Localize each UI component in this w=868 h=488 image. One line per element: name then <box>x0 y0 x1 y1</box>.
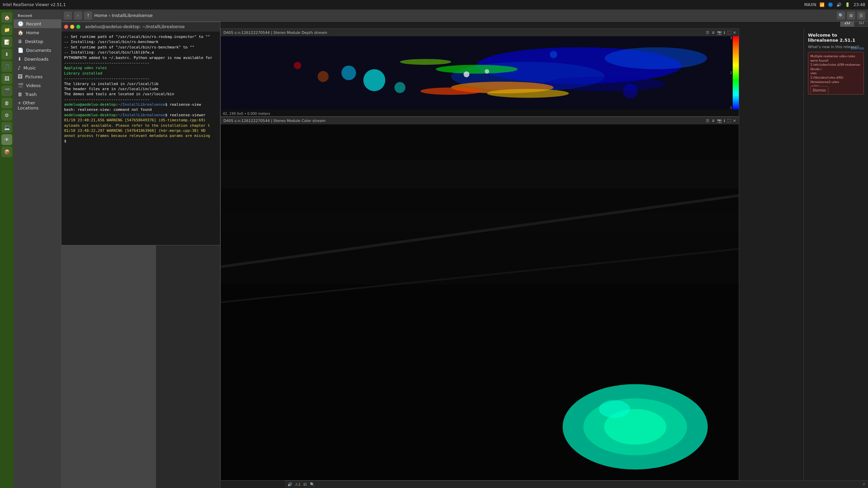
dock-icon-video[interactable]: 🎬 <box>1 85 12 96</box>
term-line-demos: The demos and tools are located in /usr/… <box>64 92 217 97</box>
color-toolbar-camera-icon[interactable]: 📷 <box>717 119 722 123</box>
dock-icon-other[interactable]: 📦 <box>1 146 12 157</box>
sidebar-item-trash[interactable]: 🗑 Trash <box>14 90 61 99</box>
depth-stream-toolbar: ☰ ⏸ 📷 ℹ ⛶ ✕ <box>706 30 736 35</box>
dock-icon-down[interactable]: ⬇ <box>1 49 12 60</box>
dock-icon-realsense[interactable]: 👁 <box>1 134 12 145</box>
sidebar-item-trash-label: Trash <box>25 92 37 97</box>
term-line-warn1: 01/10 23:48:21,656 WARNING [547658649376… <box>64 118 217 123</box>
depth-toolbar-pause-icon[interactable]: ⏸ <box>711 30 715 35</box>
sidebar-item-home[interactable]: 🏠 Home <box>14 28 61 37</box>
svg-point-9 <box>400 59 451 65</box>
term-line-4: -- Installing: /usr/local/bin/liblibfw.a <box>64 50 217 55</box>
file-manager-navbar: ‹ › ↑ Home › InstallLibrealsense 🔍 ⊞ ☰ <box>61 9 868 22</box>
depth-toolbar-camera-icon[interactable]: 📷 <box>717 30 722 35</box>
svg-point-7 <box>394 82 405 93</box>
term-line-lib: The library is installed in /usr/local/l… <box>64 81 217 86</box>
music-icon: ♪ <box>18 65 21 70</box>
dock-icon-trash[interactable]: 🗑 <box>1 98 12 108</box>
downloads-icon: ⬇ <box>18 56 22 62</box>
sidebar-item-other-label: + Other Locations <box>18 100 57 110</box>
statusbar-fps: ⚡ <box>863 482 865 487</box>
statusbar-warning-icon: ⚠1 <box>295 482 301 487</box>
terminal-titlebar: aodeluo@aodeluo-desktop: ~/InstallLibrea… <box>61 22 220 32</box>
sidebar-item-pictures[interactable]: 🖼 Pictures <box>14 72 61 81</box>
svg-point-15 <box>550 51 557 58</box>
sidebar-item-other-locations[interactable]: + Other Locations <box>14 99 61 112</box>
svg-point-17 <box>463 72 469 77</box>
terminal-minimize-button[interactable] <box>70 25 74 29</box>
depth-toolbar-close-icon[interactable]: ✕ <box>733 30 736 35</box>
dock-icon-text[interactable]: 📝 <box>1 37 12 47</box>
depth-toolbar-info-icon[interactable]: ℹ <box>724 30 725 35</box>
term-line-warn2: ayloads not available. Please refer to t… <box>64 123 217 128</box>
depth-svg-container <box>221 36 733 109</box>
sidebar-item-downloads[interactable]: ⬇ Downloads <box>14 55 61 63</box>
menu-button[interactable]: ☰ <box>857 12 865 20</box>
color-toolbar-close-icon[interactable]: ✕ <box>733 119 736 123</box>
statusbar-left-icons: 🔊 ⚠1 ℹ1 🔍 <box>288 482 315 487</box>
terminal-title: aodeluo@aodeluo-desktop: ~/InstallLibrea… <box>85 24 185 29</box>
colorbar-label-1: 1 <box>725 106 732 109</box>
svg-point-4 <box>543 77 666 91</box>
welcome-title: Welcome to librealsense 2.51.1 <box>808 33 864 43</box>
term-line-5: PYTHONPATH added to ~/.bashrc. Python wr… <box>64 55 217 60</box>
svg-rect-20 <box>221 124 739 285</box>
warning-box: Multiple realsense udev-rules were found… <box>808 52 864 95</box>
dock-icon-files[interactable]: 📁 <box>1 24 12 35</box>
terminal-maximize-button[interactable] <box>76 25 80 29</box>
terminal-close-button[interactable] <box>64 25 68 29</box>
term-line-sep1: -------------------------------------- <box>64 60 217 65</box>
view-toggle-button[interactable]: ⊞ <box>847 12 855 20</box>
dock-icon-pic[interactable]: 🖼 <box>1 73 12 84</box>
dock-icon-music[interactable]: 🎵 <box>1 61 12 72</box>
svg-point-13 <box>294 62 301 69</box>
viewer-main-area: 2D 3D D405 s.n:126122270544 | Stereo Mod… <box>220 19 868 488</box>
nav-up-button[interactable]: ↑ <box>84 12 92 20</box>
sidebar-item-videos[interactable]: 🎬 Videos <box>14 81 61 90</box>
nav-back-button[interactable]: ‹ <box>64 12 72 20</box>
sidebar-item-desktop[interactable]: 🖥 Desktop <box>14 37 61 46</box>
depth-visual-area: 3 2 1 42, 199 0x0 • 0.000 meters <box>221 36 739 116</box>
breadcrumb-home[interactable]: Home <box>94 13 107 18</box>
recent-icon: 🕐 <box>18 21 23 26</box>
statusbar-search-icon[interactable]: 🔍 <box>310 482 315 487</box>
warning-dismiss-button[interactable]: Dismiss <box>810 86 828 95</box>
breadcrumb-current[interactable]: InstallLibrealsense <box>112 13 153 18</box>
sidebar-item-pictures-label: Pictures <box>25 74 42 79</box>
sidebar-item-recent[interactable]: 🕐 Recent <box>14 19 61 28</box>
dock-icon-settings[interactable]: ⚙ <box>1 110 12 121</box>
sidebar-item-videos-label: Videos <box>26 83 41 88</box>
svg-point-6 <box>341 65 356 80</box>
depth-stream-title: D405 s.n:126122270544 | Stereo Module De… <box>223 30 327 35</box>
dock-icon-terminal[interactable]: 💻 <box>1 122 12 133</box>
depth-colorbar-labels: 3 2 1 <box>725 36 732 109</box>
term-line-err1: bash: realsense-view: command not found <box>64 107 217 112</box>
depth-toolbar-fullscreen-icon[interactable]: ⛶ <box>727 30 731 35</box>
sidebar-item-documents-label: Documents <box>26 48 51 53</box>
viewer-statusbar: 🔊 ⚠1 ℹ1 🔍 ⚡ <box>285 481 868 488</box>
sidebar-item-music[interactable]: ♪ Music <box>14 63 61 72</box>
color-toolbar-pause-icon[interactable]: ⏸ <box>711 119 715 123</box>
streams-area: D405 s.n:126122270544 | Stereo Module De… <box>220 28 804 488</box>
topbar-title: Intel RealSense Viewer v2.51.1 <box>3 2 66 7</box>
sidebar-item-recent-label: Recent <box>26 21 41 26</box>
nav-forward-button[interactable]: › <box>74 12 82 20</box>
term-line-prompt: $ <box>64 139 217 144</box>
color-toolbar-list-icon[interactable]: ☰ <box>706 119 709 123</box>
dock-icon-home[interactable]: 🏠 <box>1 12 12 23</box>
search-button[interactable]: 🔍 <box>837 12 845 20</box>
terminal-content[interactable]: -- Set runtime path of "/usr/local/bin/r… <box>61 32 220 245</box>
term-line-3: -- Set runtime path of "/usr/local/bin/r… <box>64 45 217 50</box>
depth-toolbar-list-icon[interactable]: ☰ <box>706 30 709 35</box>
term-line-warn4: annot process frames because relevant me… <box>64 133 217 138</box>
color-toolbar-fullscreen-icon[interactable]: ⛶ <box>727 119 731 123</box>
term-line-installed: Library installed <box>64 71 217 76</box>
term-line-1: -- Set runtime path of "/usr/local/bin/r… <box>64 34 217 39</box>
color-stream-toolbar: ☰ ⏸ 📷 ℹ ⛶ ✕ <box>706 119 736 123</box>
svg-point-11 <box>420 87 482 95</box>
colorbar-label-3: 3 <box>725 36 732 40</box>
svg-point-14 <box>318 71 329 82</box>
color-toolbar-info-icon[interactable]: ℹ <box>724 119 725 123</box>
sidebar-item-documents[interactable]: 📄 Documents <box>14 46 61 55</box>
